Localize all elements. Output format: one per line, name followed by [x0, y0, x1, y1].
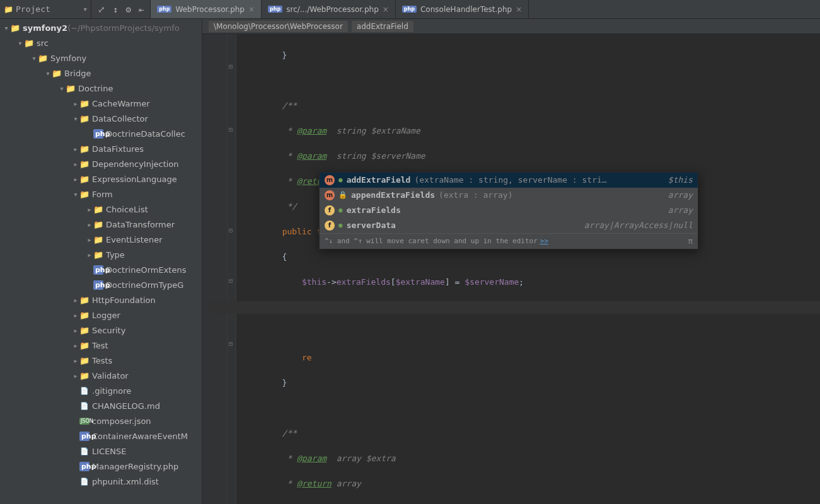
editor-body[interactable]: ⊟ ⊟ ⊟ ⊟ ⊟ } /** * @param string $extraNa…	[202, 34, 820, 504]
chevron-icon[interactable]: ▾	[72, 115, 79, 122]
tree-label: Validator	[92, 371, 129, 381]
tree-item[interactable]: ▸ 📁 Test	[0, 338, 202, 353]
tree-item[interactable]: ▾ 📁 Symfony	[0, 50, 202, 66]
tree-item[interactable]: ▸ 📁 DependencyInjection	[0, 156, 202, 171]
tree-item[interactable]: 📄 LICENSE	[0, 444, 202, 459]
tree-label: Logger	[92, 311, 120, 320]
tree-item[interactable]: ▸ 📁 DataFixtures	[0, 141, 202, 156]
completion-item[interactable]: f ● extraFields array	[320, 203, 698, 218]
tree-item[interactable]: 📄 CHANGELOG.md	[0, 398, 202, 413]
chevron-icon[interactable]: ▾	[30, 55, 38, 62]
chevron-icon[interactable]: ▸	[72, 342, 79, 349]
tree-item[interactable]: ▸ 📁 Logger	[0, 307, 202, 323]
tree-item[interactable]: 📄 phpunit.xml.dist	[0, 474, 202, 489]
tree-label: HttpFoundation	[92, 295, 156, 305]
breadcrumb-bar: \Monolog\Processor\WebProcessor addExtra…	[202, 19, 820, 34]
folder-icon: 📁	[79, 341, 90, 350]
tree-item[interactable]: ▾ 📁 Form	[0, 186, 202, 202]
chevron-icon[interactable]: ▸	[72, 146, 79, 152]
tree-label: Type	[106, 250, 125, 260]
tree-item[interactable]: php DoctrineOrmTypeG	[0, 277, 202, 292]
tree-item[interactable]: php ContainerAwareEventM	[0, 428, 202, 444]
chevron-icon[interactable]: ▸	[72, 161, 79, 168]
tree-item[interactable]: ▸ 📁 ExpressionLanguage	[0, 171, 202, 186]
scroll-icon[interactable]: ↕	[113, 4, 118, 14]
member-kind-icon: f	[325, 220, 335, 231]
completion-item[interactable]: m ● addExtraField(extraName : string, se…	[320, 173, 698, 188]
chevron-icon[interactable]: ▸	[86, 221, 93, 228]
tree-item[interactable]: ▸ 📁 HttpFoundation	[0, 292, 202, 307]
tree-item[interactable]: ▸ 📁 Validator	[0, 368, 202, 383]
completion-popup[interactable]: m ● addExtraField(extraName : string, se…	[319, 172, 698, 249]
collapse-all-icon[interactable]: ⤢	[98, 4, 105, 14]
chevron-icon[interactable]: ▸	[72, 100, 79, 107]
php-icon: php	[79, 462, 90, 471]
tree-label: Test	[92, 341, 108, 350]
chevron-icon[interactable]: ▸	[72, 372, 79, 379]
tree-item[interactable]: php DoctrineOrmExtens	[0, 262, 202, 277]
settings-icon[interactable]: ⚙	[125, 4, 130, 14]
chevron-icon[interactable]: ▾	[44, 70, 52, 77]
tree-item[interactable]: ▸ 📁 EventListener	[0, 232, 202, 247]
project-selector[interactable]: 📁 Project ▼	[0, 0, 91, 18]
chevron-icon[interactable]: ▸	[86, 206, 93, 213]
fold-minus-icon[interactable]: ⊟	[229, 63, 233, 70]
chevron-icon[interactable]: ▸	[86, 251, 93, 258]
editor-tab[interactable]: php src/.../WebProcessor.php ×	[262, 0, 396, 18]
chevron-icon[interactable]: ▾	[16, 40, 24, 47]
php-icon: php	[402, 6, 417, 13]
chevron-icon[interactable]: ▸	[72, 327, 79, 334]
tab-label: WebProcessor.php	[175, 5, 245, 14]
tree-item[interactable]: ▾ 📁 src	[0, 35, 202, 50]
fold-minus-icon[interactable]: ⊟	[229, 227, 233, 234]
tree-item[interactable]: ▸ 📁 Type	[0, 247, 202, 262]
chevron-icon[interactable]: ▸	[86, 236, 93, 243]
close-icon[interactable]: ×	[383, 5, 389, 14]
code-content[interactable]: } /** * @param string $extraName * @para…	[236, 34, 820, 504]
hide-icon[interactable]: ⇤	[139, 4, 144, 14]
close-icon[interactable]: ×	[248, 5, 255, 14]
fold-minus-icon[interactable]: ⊟	[229, 340, 233, 347]
chevron-icon[interactable]: ▾	[58, 85, 66, 92]
folder-icon: 📁	[79, 144, 90, 154]
editor-tab[interactable]: php WebProcessor.php ×	[151, 0, 262, 18]
folder-icon: 📁	[79, 371, 90, 381]
tree-item[interactable]: ▸ 📁 Tests	[0, 353, 202, 368]
tree-item[interactable]: ▾ 📁 Bridge	[0, 66, 202, 81]
php-icon: php	[268, 6, 282, 13]
chevron-icon[interactable]: ▸	[72, 297, 79, 304]
chevron-icon[interactable]: ▸	[72, 312, 79, 319]
json-icon: JSON	[79, 418, 90, 425]
chevron-icon[interactable]: ▸	[72, 176, 79, 183]
fold-minus-icon[interactable]: ⊟	[229, 277, 233, 284]
tree-item[interactable]: ▸ 📁 ChoiceList	[0, 202, 202, 217]
completion-item[interactable]: m 🔒 appendExtraFields(extra : array) arr…	[320, 188, 698, 203]
tree-item[interactable]: 📄 .gitignore	[0, 383, 202, 398]
completion-item[interactable]: f ● serverData array|ArrayAccess|null	[320, 218, 698, 233]
editor-area: \Monolog\Processor\WebProcessor addExtra…	[202, 19, 820, 504]
tree-path: (~/PhpstormProjects/symfo	[67, 23, 180, 33]
chevron-down-icon[interactable]: ▾	[3, 25, 10, 32]
tree-item[interactable]: php DoctrineDataCollec	[0, 126, 202, 141]
tree-item[interactable]: php ManagerRegistry.php	[0, 459, 202, 474]
popup-footer: ^↓ and ^↑ will move caret down and up in…	[320, 233, 698, 249]
tree-root[interactable]: ▾ 📁 symfony2 (~/PhpstormProjects/symfo	[0, 20, 202, 35]
tree-item[interactable]: ▸ 📁 CacheWarmer	[0, 96, 202, 111]
editor-tab[interactable]: php ConsoleHandlerTest.php ×	[396, 0, 529, 18]
pi-icon[interactable]: π	[688, 235, 693, 248]
chevron-icon[interactable]: ▾	[72, 191, 79, 198]
tree-item[interactable]: ▸ 📁 Security	[0, 323, 202, 338]
tree-item[interactable]: JSON composer.json	[0, 413, 202, 428]
tree-item[interactable]: ▾ 📁 DataCollector	[0, 111, 202, 126]
close-icon[interactable]: ×	[516, 5, 522, 14]
tree-item[interactable]: ▾ 📁 Doctrine	[0, 81, 202, 96]
fold-gutter[interactable]: ⊟ ⊟ ⊟ ⊟ ⊟	[228, 34, 236, 504]
member-signature: (extra : array)	[439, 189, 512, 202]
popup-link[interactable]: >>	[540, 235, 548, 248]
fold-minus-icon[interactable]: ⊟	[229, 126, 233, 133]
tree-item[interactable]: ▸ 📁 DataTransformer	[0, 217, 202, 232]
breadcrumb-method[interactable]: addExtraField	[352, 21, 413, 32]
breadcrumb-namespace[interactable]: \Monolog\Processor\WebProcessor	[209, 21, 348, 32]
project-sidebar[interactable]: ▾ 📁 symfony2 (~/PhpstormProjects/symfo▾ …	[0, 19, 202, 504]
chevron-icon[interactable]: ▸	[72, 357, 79, 364]
